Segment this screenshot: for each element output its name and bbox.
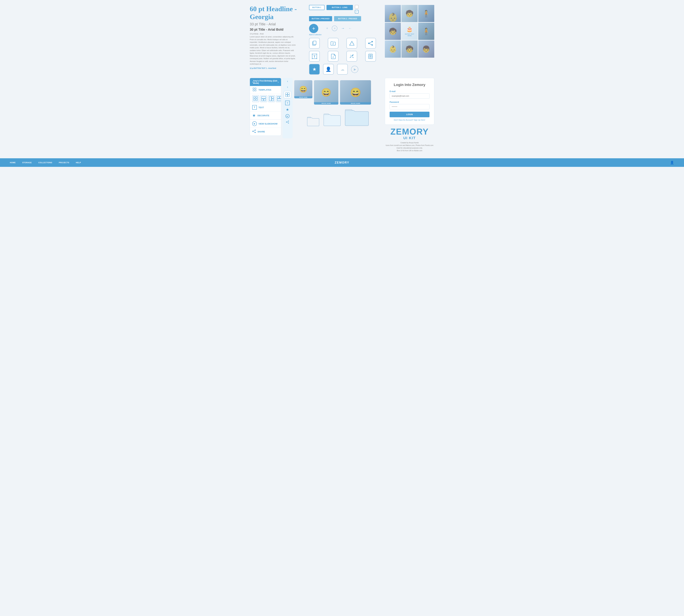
mini-play-btn[interactable]: ▶: [286, 114, 289, 118]
login-button[interactable]: LOGIN: [390, 112, 429, 117]
mini-prev-btn[interactable]: ‹: [287, 80, 288, 83]
folder-lg: [345, 107, 369, 127]
folder-md: [323, 112, 341, 127]
z-folder-icon-box[interactable]: Z: [328, 38, 338, 49]
ui-kit-subtitle: UI KIT: [385, 136, 434, 140]
sidebar-item-text[interactable]: T TEXT: [250, 104, 281, 111]
nav-user-icon[interactable]: 👤: [670, 160, 674, 164]
sidebar-item-decorate[interactable]: ★ DECORATE: [250, 111, 281, 119]
login-card: Login Into Zemory E-mail Password LOGIN …: [385, 78, 434, 125]
storage-icon: [368, 53, 373, 59]
svg-rect-29: [261, 99, 263, 101]
person-icon: 👤: [326, 67, 331, 72]
svg-line-40: [253, 130, 255, 131]
pinwheel-icon-box[interactable]: [347, 51, 357, 62]
mini-star-icon[interactable]: ★: [286, 108, 289, 112]
svg-point-48: [288, 123, 289, 124]
mini-template-icon[interactable]: [284, 91, 291, 98]
svg-rect-26: [253, 99, 255, 101]
templates-grid: [250, 94, 281, 104]
template-thumb-1[interactable]: [252, 95, 259, 102]
mini-sidebar: ‹ › T ★: [283, 78, 292, 138]
photo-card-3[interactable]: 😄 IMAGE NAME: [340, 80, 371, 105]
share-label: SHARE: [258, 130, 265, 133]
nav-projects[interactable]: PROJECTS: [59, 161, 69, 163]
checkbox-unchecked[interactable]: [355, 5, 358, 8]
svg-rect-27: [256, 99, 258, 101]
star-filled-icon-box[interactable]: ★: [309, 64, 320, 74]
sidebar-next-btn[interactable]: ›: [278, 81, 279, 84]
zemory-logo-section: ZEMORY UI KIT Created by Anuya Karnik Ic…: [385, 127, 434, 152]
photo-cell-8: 🧒: [401, 41, 417, 58]
template-thumb-4[interactable]: [276, 95, 281, 102]
play-circle-icon[interactable]: ▶: [351, 66, 358, 73]
svg-text:Z: Z: [332, 43, 334, 45]
birthday-text: ENTER TEXT HERE: [403, 33, 416, 37]
photo-card-label-3: IMAGE NAME: [340, 102, 371, 105]
buttons-row-2: BUTTON 1 PRESSED BUTTON 2 - PRESSED: [309, 16, 381, 21]
svg-point-39: [255, 132, 256, 133]
nav-help[interactable]: HELP: [76, 161, 81, 163]
close-icon[interactable]: ✕: [332, 25, 337, 31]
photo-card-1[interactable]: 😄 IMAGE NAME: [294, 80, 312, 98]
template-thumb-2[interactable]: [260, 95, 267, 102]
title-33-text: 33 pt Title - Arial: [250, 22, 303, 26]
mini-share-icon[interactable]: [286, 120, 289, 125]
svg-line-50: [287, 122, 288, 123]
photo-grid: 👶 🧒 🧍 🧒: [385, 5, 434, 58]
email-input[interactable]: [390, 93, 429, 98]
text-icon: T: [311, 53, 317, 59]
svg-text:Z: Z: [333, 56, 334, 58]
svg-point-18: [370, 56, 371, 57]
mini-next-btn[interactable]: ›: [287, 85, 288, 89]
sidebar-share[interactable]: SHARE: [250, 128, 281, 135]
svg-rect-25: [256, 96, 258, 98]
share-icon-box[interactable]: [365, 38, 376, 49]
password-input[interactable]: [390, 104, 429, 109]
template-thumb-3[interactable]: [268, 95, 275, 102]
person-icon-box[interactable]: 👤: [323, 64, 334, 74]
photo-cell-7: 👶: [385, 41, 401, 58]
z-file-icon-box[interactable]: Z: [328, 51, 338, 62]
button2-pressed[interactable]: BUTTON 2 - PRESSED: [334, 16, 361, 21]
mini-text-icon[interactable]: T: [285, 101, 290, 105]
title-30-text: 30 pt Title - Arial Bold: [250, 28, 303, 31]
cloud-icon-box[interactable]: ☁: [337, 64, 348, 74]
view-slideshow-label: VIEW SLIDESHOW: [259, 123, 278, 125]
nav-storage[interactable]: STORAGE: [22, 161, 32, 163]
body-label: 14 pt Body - Arial: [250, 33, 303, 35]
svg-line-41: [253, 132, 255, 132]
nav-home[interactable]: HOME: [10, 161, 16, 163]
svg-rect-21: [255, 88, 256, 89]
nav-collections[interactable]: COLLECTIONS: [38, 161, 52, 163]
cloud-icon: ☁: [340, 67, 345, 72]
svg-rect-13: [316, 58, 317, 59]
photo-card-2[interactable]: 😄 IMAGE NAME: [314, 80, 338, 105]
drive-icon-box[interactable]: [347, 38, 357, 49]
mid-section: ‹ Amy's First Birthday (Edit Mode) ›: [250, 78, 434, 153]
storage-icon-box[interactable]: [365, 51, 376, 62]
svg-line-6: [370, 42, 372, 43]
sidebar-view-slideshow[interactable]: ▶ VIEW SLIDESHOW: [250, 119, 281, 128]
signup-link[interactable]: Don't Have An Account? Sign Up Here!: [390, 119, 429, 121]
button1-pressed[interactable]: BUTTON 1 PRESSED: [309, 16, 332, 21]
svg-point-3: [372, 41, 373, 42]
mid-left-section: ‹ Amy's First Birthday (Edit Mode) ›: [250, 78, 381, 153]
copy-icon-box[interactable]: [309, 38, 320, 49]
button-text-label: 12 pt BUTTON TEXT 1 - Arial Bold: [250, 67, 303, 69]
sidebar-item-templates[interactable]: TEMPLATES: [250, 86, 281, 94]
button2-long[interactable]: BUTTON 2 - LONG: [327, 5, 353, 10]
svg-point-46: [288, 121, 289, 122]
svg-rect-34: [277, 96, 279, 98]
svg-text:T: T: [313, 55, 315, 58]
svg-rect-11: [316, 54, 317, 54]
svg-rect-35: [280, 96, 281, 98]
checkbox-checked[interactable]: ✓: [355, 10, 358, 14]
add-to-collection-button[interactable]: +: [309, 24, 318, 33]
button1[interactable]: BUTTON 1: [309, 5, 325, 10]
body-text: Lorem ipsum dolor sit amet, consectetur …: [250, 36, 296, 65]
text-icon-box[interactable]: T: [309, 51, 320, 62]
plus-icon: +: [312, 25, 315, 31]
svg-rect-28: [261, 96, 266, 98]
folders-row: [294, 107, 381, 127]
